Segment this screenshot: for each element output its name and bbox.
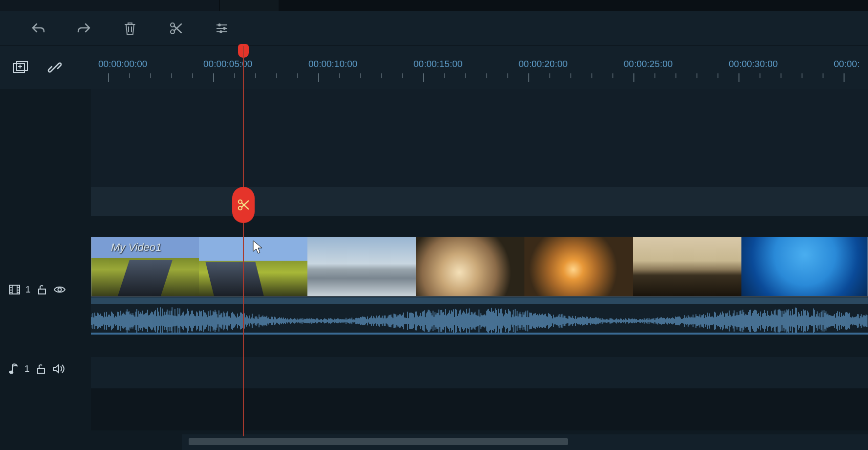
- clip-row-bg: [91, 187, 868, 216]
- video-track-header: 1: [0, 280, 91, 299]
- svg-point-10: [9, 371, 13, 374]
- timeline-ruler[interactable]: 00:00:00:0000:00:05:0000:00:10:0000:00:1…: [91, 46, 868, 89]
- link-button[interactable]: [45, 58, 65, 77]
- svg-rect-5: [14, 64, 24, 72]
- add-marker-button[interactable]: [11, 58, 30, 77]
- clip-thumbnail: [524, 237, 633, 296]
- clip-thumbnail: [199, 237, 307, 296]
- add-marker-icon: [13, 61, 28, 74]
- ruler-label: 00:00:00:00: [98, 59, 147, 69]
- tab-strip: [0, 0, 868, 11]
- ruler-label: 00:00:30:00: [729, 59, 778, 69]
- ruler-label: 00:00:05:00: [203, 59, 252, 69]
- scissors-icon: [237, 199, 250, 211]
- svg-point-3: [223, 27, 226, 29]
- eye-icon[interactable]: [53, 285, 66, 294]
- speaker-icon[interactable]: [52, 363, 65, 374]
- settings-button[interactable]: [210, 17, 234, 40]
- ruler-label: 00:00:25:00: [624, 59, 673, 69]
- undo-button[interactable]: [26, 17, 50, 40]
- redo-button[interactable]: [72, 17, 96, 40]
- svg-rect-11: [38, 368, 44, 373]
- svg-rect-8: [39, 289, 45, 294]
- tracks-area: My Video1: [91, 89, 868, 450]
- tab-panel-2[interactable]: [220, 0, 279, 11]
- trash-icon: [124, 21, 136, 36]
- svg-point-2: [218, 23, 221, 26]
- audio-track-header: 1: [0, 359, 91, 379]
- undo-icon: [31, 22, 45, 35]
- timeline-body: 1 1 My Video1: [0, 89, 868, 450]
- ruler-label: 00:00:20:00: [519, 59, 567, 69]
- video-clip[interactable]: My Video1: [91, 237, 868, 296]
- clip-spacer: [91, 297, 868, 304]
- delete-button[interactable]: [118, 17, 142, 40]
- svg-point-9: [58, 288, 61, 292]
- ruler-label: 00:00:15:00: [413, 59, 462, 69]
- sliders-icon: [215, 22, 229, 34]
- svg-rect-12: [91, 333, 868, 335]
- music-icon: [9, 362, 20, 375]
- scissors-icon: [169, 22, 183, 35]
- audio-track-row[interactable]: [91, 357, 868, 388]
- cut-button[interactable]: [164, 17, 188, 40]
- clip-thumbnail: [741, 237, 868, 296]
- clip-thumbnail: [633, 237, 741, 296]
- timeline-toolbar: [0, 11, 868, 46]
- redo-icon: [77, 22, 91, 35]
- svg-point-4: [220, 30, 222, 33]
- unlock-icon[interactable]: [36, 363, 46, 374]
- tab-panel-1[interactable]: [0, 0, 220, 11]
- empty-track-area[interactable]: [91, 89, 868, 187]
- film-icon: [9, 284, 21, 295]
- unlock-icon[interactable]: [37, 284, 47, 295]
- ruler-label: 00:00:: [834, 59, 860, 69]
- audio-clip[interactable]: [91, 304, 868, 335]
- video-track-number: 1: [25, 284, 31, 295]
- scrollbar-thumb[interactable]: [189, 438, 568, 445]
- ruler-label: 00:00:10:00: [308, 59, 357, 69]
- clip-title: My Video1: [111, 241, 162, 254]
- horizontal-scrollbar[interactable]: [182, 434, 868, 450]
- split-button[interactable]: [232, 187, 255, 223]
- audio-track-number: 1: [24, 363, 30, 374]
- link-icon: [47, 60, 63, 75]
- clip-thumbnail: [416, 237, 524, 296]
- audio-waveform: [91, 304, 868, 335]
- clip-thumbnail: [307, 237, 416, 296]
- empty-area: [91, 388, 868, 430]
